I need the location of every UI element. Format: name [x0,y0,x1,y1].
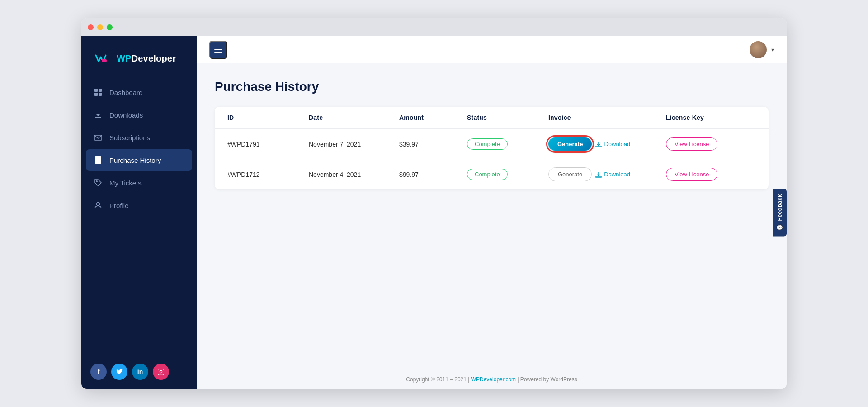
receipt-icon [93,155,103,165]
sidebar-item-label-purchase-history: Purchase History [109,156,161,164]
svg-rect-4 [99,93,102,96]
tag-icon [93,178,103,188]
close-button[interactable] [88,24,94,30]
avatar [750,41,767,58]
main-content: ▾ Purchase History ID Date Amount Status… [197,36,787,389]
svg-rect-9 [96,161,99,162]
logo-developer: Developer [132,53,176,63]
complete-badge-1: Complete [467,138,508,150]
svg-rect-2 [99,89,102,92]
purchase-table: ID Date Amount Status Invoice License Ke… [215,107,769,189]
download-icon [93,110,103,120]
top-header: ▾ [197,36,787,63]
title-bar [81,18,787,36]
grid-icon [93,87,103,97]
sidebar-item-purchase-history[interactable]: Purchase History [86,149,192,171]
sidebar-item-profile[interactable]: Profile [86,194,192,216]
cell-date-2: November 4, 2021 [309,171,399,178]
minimize-button[interactable] [97,24,103,30]
generate-button-1[interactable]: Generate [548,137,592,151]
svg-rect-7 [96,158,100,159]
license-cell-2: View License [666,168,756,181]
logo-icon [92,49,111,68]
view-license-button-2[interactable]: View License [666,168,717,181]
sidebar: WPDeveloper Dashboard Downloads [81,36,197,389]
chevron-down-icon: ▾ [771,47,774,53]
footer-powered: | Powered by WordPress [517,376,577,383]
page-title: Purchase History [215,80,769,94]
table-row: #WPD1791 November 7, 2021 $39.97 Complet… [215,129,769,159]
table-row: #WPD1712 November 4, 2021 $99.97 Complet… [215,159,769,189]
twitter-button[interactable] [111,364,127,380]
social-links: f in [81,355,197,380]
facebook-button[interactable]: f [90,364,107,380]
sidebar-item-label-downloads: Downloads [109,111,143,119]
hamburger-button[interactable] [209,41,227,59]
download-icon-2 [595,171,602,178]
cell-id-2: #WPD1712 [227,171,309,178]
maximize-button[interactable] [107,24,113,30]
sidebar-item-downloads[interactable]: Downloads [86,104,192,126]
col-header-license: License Key [666,114,756,121]
content-area: Purchase History ID Date Amount Status I… [197,63,787,370]
download-link-1[interactable]: Download [595,141,630,147]
sidebar-item-label-my-tickets: My Tickets [109,179,142,187]
hamburger-line-3 [214,52,222,53]
col-header-id: ID [227,114,309,121]
user-icon [93,200,103,210]
svg-point-11 [97,203,100,206]
table-header: ID Date Amount Status Invoice License Ke… [215,107,769,129]
cell-date-1: November 7, 2021 [309,141,399,148]
footer: Copyright © 2011 – 2021 | WPDeveloper.co… [197,370,787,389]
logo-wp: WP [117,53,132,63]
status-badge-2: Complete [467,169,548,180]
license-cell-1: View License [666,137,756,151]
feedback-tab[interactable]: 💬 Feedback [773,189,787,237]
download-icon-1 [595,141,602,147]
complete-badge-2: Complete [467,169,508,180]
svg-rect-3 [94,93,98,96]
svg-rect-5 [94,135,102,140]
hamburger-line-2 [214,49,222,50]
svg-rect-1 [94,89,98,92]
cell-amount-1: $39.97 [399,141,467,148]
footer-copyright: Copyright © 2011 – 2021 | [406,376,469,383]
sidebar-item-label-subscriptions: Subscriptions [109,134,150,142]
col-header-date: Date [309,114,399,121]
sidebar-item-subscriptions[interactable]: Subscriptions [86,127,192,148]
status-badge-1: Complete [467,138,548,150]
feedback-text: Feedback [777,194,783,221]
feedback-label: 💬 [777,224,783,231]
sidebar-item-label-profile: Profile [109,202,129,209]
sidebar-navigation: Dashboard Downloads Subscriptions [81,81,197,355]
download-label-1: Download [604,141,630,147]
sidebar-item-dashboard[interactable]: Dashboard [86,81,192,103]
user-menu[interactable]: ▾ [750,41,774,58]
col-header-amount: Amount [399,114,467,121]
svg-rect-8 [96,160,100,161]
download-link-2[interactable]: Download [595,171,630,178]
col-header-invoice: Invoice [548,114,666,121]
envelope-icon [93,133,103,142]
linkedin-button[interactable]: in [132,364,148,380]
download-label-2: Download [604,171,630,178]
sidebar-logo: WPDeveloper [81,36,197,81]
logo-text: WPDeveloper [117,53,176,64]
invoice-cell-1: Generate Download [548,137,666,151]
sidebar-item-label-dashboard: Dashboard [109,89,142,96]
footer-link[interactable]: WPDeveloper.com [471,376,516,383]
cell-id-1: #WPD1791 [227,141,309,148]
sidebar-item-my-tickets[interactable]: My Tickets [86,172,192,194]
generate-button-2[interactable]: Generate [548,167,592,181]
cell-amount-2: $99.97 [399,171,467,178]
col-header-status: Status [467,114,548,121]
hamburger-line-1 [214,47,222,47]
view-license-button-1[interactable]: View License [666,137,717,151]
instagram-button[interactable] [153,364,169,380]
invoice-cell-2: Generate Download [548,167,666,181]
svg-point-10 [96,181,97,182]
